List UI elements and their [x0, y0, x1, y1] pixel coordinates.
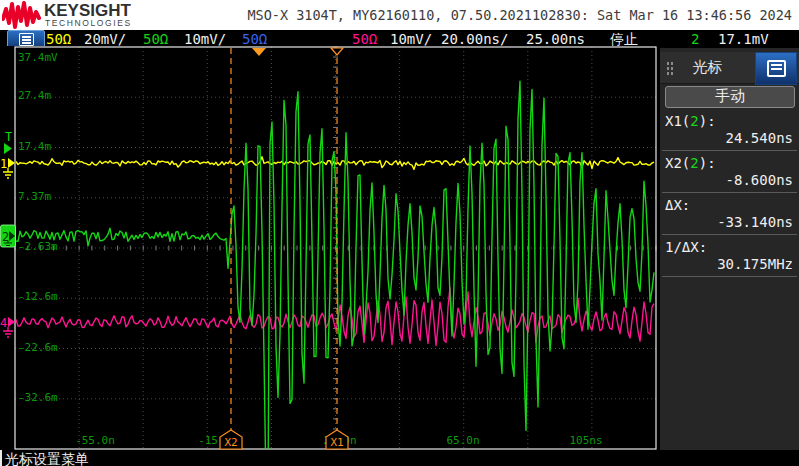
oscilloscope-screen: { "header": { "brand": "KEYSIGHT", "bran… — [0, 0, 799, 466]
t-label: -55.0n — [75, 434, 115, 447]
t-label: 105ns — [569, 434, 602, 447]
cursor-field-label: 1/ΔX: — [660, 236, 799, 256]
v-label: 7.37m — [18, 190, 51, 203]
waveform-traces — [16, 81, 654, 450]
cursor-source-channel: 2 — [690, 155, 698, 171]
v-label: 17.4m — [18, 140, 51, 153]
v-label: 27.4m — [18, 89, 51, 102]
trigger-letter: T — [5, 130, 12, 144]
brand-subtitle: TECHNOLOGIES — [45, 18, 132, 28]
channel-4-marker[interactable]: 4 — [0, 316, 15, 337]
cursor-field-value: 30.175MHz — [660, 256, 799, 275]
cursor-field-label: ΔX: — [660, 194, 799, 214]
field-divider — [662, 276, 797, 278]
v-label: 37.4mV — [18, 51, 58, 64]
tab-cursors[interactable]: 光标 — [660, 58, 755, 77]
cursor-field-value: -8.600ns — [660, 172, 799, 191]
panel-menu-button[interactable] — [755, 52, 797, 85]
trigger-time-marker-icon[interactable] — [252, 48, 266, 56]
keysight-logo-icon — [2, 1, 44, 29]
panel-menu-icon — [767, 60, 786, 77]
cursor-x1-flag-label: X1 — [330, 436, 343, 449]
cursor-panel: 光标 手动 X1(2):24.540nsX2(2):-8.600nsΔX:-33… — [660, 48, 799, 458]
cursor-field-label: X1(2): — [660, 110, 799, 130]
svg-text:4: 4 — [0, 316, 7, 330]
channel-4-arrow-icon — [8, 317, 15, 327]
cursor-source-channel: 2 — [690, 113, 698, 129]
channel-1-marker[interactable]: 1 — [0, 157, 15, 178]
v-label: -2.63m — [18, 240, 58, 253]
channel-2-marker[interactable]: 2 — [1, 225, 16, 247]
t-label: 65.0n — [446, 434, 479, 447]
v-label: -22.6m — [18, 341, 58, 354]
cursor-x1-top-marker[interactable] — [331, 48, 343, 55]
softkey-menu-bar[interactable]: 光标设置菜单 — [0, 450, 799, 466]
trigger-source[interactable]: 2 — [691, 30, 699, 48]
header-bar: KEYSIGHT TECHNOLOGIES MSO-X 3104T, MY621… — [0, 0, 799, 30]
voltage-axis-labels: 37.4mV27.4m17.4m7.37m-2.63m-12.6m-22.6m-… — [18, 51, 58, 404]
waveform-display[interactable]: 37.4mV27.4m17.4m7.37m-2.63m-12.6m-22.6m-… — [0, 46, 660, 450]
instrument-title: MSO-X 3104T, MY62160110, 07.50.202110283… — [247, 7, 792, 23]
softkey-menu-label: 光标设置菜单 — [5, 451, 89, 466]
trigger-level[interactable]: 17.1mV — [718, 30, 769, 48]
trigger-level-marker[interactable]: T — [4, 130, 12, 154]
cursor-field-value: 24.540ns — [660, 130, 799, 149]
menu-icon — [19, 33, 34, 46]
v-label: -32.6m — [18, 391, 58, 404]
v-label: -12.6m — [18, 290, 58, 303]
cursor-field-value: -33.140ns — [660, 214, 799, 233]
svg-text:1: 1 — [0, 157, 7, 171]
cursor-x2-flag-label: X2 — [224, 436, 237, 449]
cursor-readouts: X1(2):24.540nsX2(2):-8.600nsΔX:-33.140ns… — [660, 110, 799, 278]
trigger-arrow-icon — [4, 143, 12, 154]
panel-tab-bar: 光标 — [660, 52, 799, 84]
cursor-field-label: X2(2): — [660, 152, 799, 172]
channel-1-arrow-icon — [8, 158, 15, 168]
cursor-mode-button[interactable]: 手动 — [665, 86, 795, 108]
